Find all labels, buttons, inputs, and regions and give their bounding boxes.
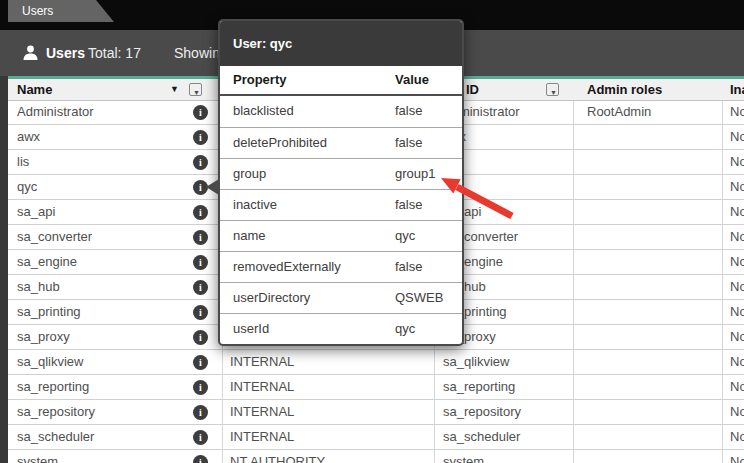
inactive-cell: No	[730, 200, 744, 224]
inactive-cell: No	[730, 400, 744, 424]
inactive-cell: No	[730, 325, 744, 349]
name-cell: sa_proxy	[17, 325, 70, 349]
name-cell: sa_converter	[17, 225, 92, 249]
popup-col-property: Property	[233, 72, 286, 87]
filter-icon-id[interactable]	[546, 83, 559, 96]
info-icon[interactable]	[193, 205, 208, 220]
sort-desc-icon[interactable]: ▼	[170, 79, 179, 100]
info-icon[interactable]	[193, 380, 208, 395]
name-cell: Administrator	[17, 100, 94, 124]
column-header-id[interactable]: ID	[466, 79, 479, 100]
directory-cell: INTERNAL	[230, 375, 294, 399]
inactive-cell: No	[730, 275, 744, 299]
inactive-cell: No	[730, 150, 744, 174]
inactive-cell: No	[730, 225, 744, 249]
info-icon[interactable]	[193, 255, 208, 270]
directory-cell: INTERNAL	[230, 425, 294, 449]
total-count: Total: 17	[88, 30, 141, 76]
filter-icon-name[interactable]	[189, 83, 202, 96]
inactive-cell: No	[730, 450, 744, 463]
table-row[interactable]: system NT AUTHORITY system No	[8, 450, 744, 463]
popup-col-value: Value	[395, 66, 429, 94]
annotation-arrow-icon	[432, 170, 524, 226]
inactive-cell: No	[730, 300, 744, 324]
popup-property-row: blacklisted false	[220, 96, 462, 127]
value-cell: qyc	[395, 221, 415, 251]
inactive-cell: No	[730, 250, 744, 274]
property-cell: userId	[233, 321, 269, 336]
directory-cell: NT AUTHORITY	[230, 450, 325, 463]
popup-property-row: deleteProhibited false	[220, 127, 462, 158]
popup-property-row: removedExternally false	[220, 251, 462, 282]
popup-property-row: group group1	[220, 158, 462, 189]
info-icon[interactable]	[193, 430, 208, 445]
value-cell: false	[395, 252, 422, 282]
popup-beak	[206, 179, 219, 195]
popup-property-row: inactive false	[220, 189, 462, 220]
inactive-cell: No	[730, 350, 744, 374]
breadcrumb-tab-users[interactable]: Users	[8, 0, 114, 22]
info-icon[interactable]	[193, 330, 208, 345]
name-cell: sa_printing	[17, 300, 81, 324]
id-cell: sa_repository	[443, 400, 521, 424]
column-header-admin-roles[interactable]: Admin roles	[587, 79, 662, 100]
property-cell: removedExternally	[233, 259, 341, 274]
info-icon[interactable]	[193, 230, 208, 245]
table-row[interactable]: sa_qlikview INTERNAL sa_qlikview No	[8, 350, 744, 375]
inactive-cell: No	[730, 125, 744, 149]
name-cell: sa_hub	[17, 275, 60, 299]
table-row[interactable]: sa_scheduler INTERNAL sa_scheduler No	[8, 425, 744, 450]
id-cell: sa_reporting	[443, 375, 515, 399]
inactive-cell: No	[730, 425, 744, 449]
popup-title: User: qyc	[220, 21, 462, 66]
inactive-cell: No	[730, 175, 744, 199]
info-icon[interactable]	[193, 455, 208, 463]
popup-column-headers: Property Value	[220, 66, 462, 96]
inactive-cell: No	[730, 375, 744, 399]
admin-roles-cell: RootAdmin	[587, 100, 651, 124]
info-icon[interactable]	[193, 155, 208, 170]
name-cell: sa_scheduler	[17, 425, 94, 449]
id-cell: system	[443, 450, 484, 463]
page-title: Users	[46, 30, 85, 76]
info-icon[interactable]	[193, 280, 208, 295]
value-cell: qyc	[395, 314, 415, 344]
column-header-inactive[interactable]: Inactive	[730, 79, 744, 100]
info-icon[interactable]	[193, 355, 208, 370]
info-icon[interactable]	[193, 405, 208, 420]
popup-property-row: name qyc	[220, 220, 462, 251]
column-header-name[interactable]: Name	[17, 79, 52, 100]
name-cell: lis	[17, 150, 29, 174]
directory-cell: INTERNAL	[230, 400, 294, 424]
popup-property-list: blacklisted false deleteProhibited false…	[220, 96, 462, 344]
info-icon[interactable]	[193, 105, 208, 120]
name-cell: awx	[17, 125, 40, 149]
name-cell: sa_qlikview	[17, 350, 83, 374]
info-icon[interactable]	[193, 130, 208, 145]
name-cell: sa_engine	[17, 250, 77, 274]
popup-property-row: userId qyc	[220, 313, 462, 344]
property-cell: deleteProhibited	[233, 135, 327, 150]
user-info-popup: User: qyc Property Value blacklisted fal…	[218, 19, 464, 346]
user-icon	[22, 44, 39, 61]
name-cell: system	[17, 450, 58, 463]
gridline	[573, 79, 574, 463]
name-cell: sa_repository	[17, 400, 95, 424]
property-cell: userDirectory	[233, 290, 310, 305]
table-row[interactable]: sa_reporting INTERNAL sa_reporting No	[8, 375, 744, 400]
directory-cell: INTERNAL	[230, 350, 294, 374]
info-icon[interactable]	[193, 305, 208, 320]
name-cell: qyc	[17, 175, 37, 199]
value-cell: QSWEB	[395, 283, 443, 313]
name-cell: sa_reporting	[17, 375, 89, 399]
value-cell: false	[395, 96, 422, 126]
value-cell: group1	[395, 159, 435, 189]
property-cell: blacklisted	[233, 103, 294, 118]
gridline	[722, 79, 723, 463]
id-cell: sa_qlikview	[443, 350, 509, 374]
table-row[interactable]: sa_repository INTERNAL sa_repository No	[8, 400, 744, 425]
value-cell: false	[395, 128, 422, 158]
property-cell: name	[233, 228, 266, 243]
value-cell: false	[395, 190, 422, 220]
property-cell: inactive	[233, 197, 277, 212]
